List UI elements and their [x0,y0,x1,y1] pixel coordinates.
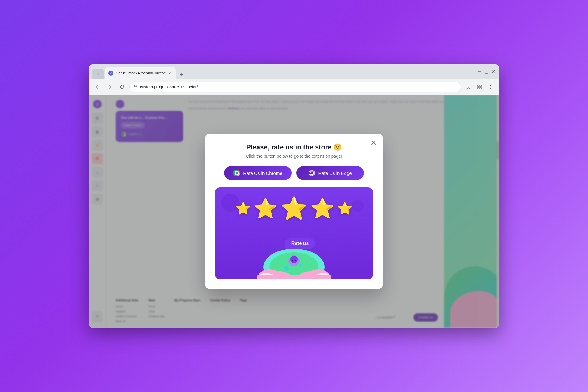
star-5: ⭐ [337,202,352,214]
page-content: U ⚙ ◈ ⚡ R ↓ ☆ ⊕ ? [89,95,499,328]
svg-point-10 [490,86,491,87]
svg-point-28 [292,260,293,261]
address-text-right: nstructor/ [181,85,198,89]
bookmark-button[interactable] [464,82,473,92]
svg-point-27 [290,256,298,263]
toolbar: custom-progressbar-c nstructor/ [89,79,499,95]
back-button[interactable] [92,82,102,92]
browser-window: ▾ 🚀 Constructor - Progress Bar for ✕ + [89,64,499,328]
tab-title: Constructor - Progress Bar for [116,71,165,75]
svg-point-24 [299,264,302,267]
maximize-button[interactable] [484,70,489,74]
address-text-left: custom-progressbar-c [140,85,179,89]
star-2: ⭐ [253,198,278,218]
svg-point-9 [490,85,491,85]
svg-point-29 [295,260,296,261]
star-1: ⭐ [236,202,251,214]
extensions-button[interactable] [475,82,484,92]
rate-bubble: Rate us [285,238,315,249]
svg-rect-8 [480,87,481,89]
window-controls [478,70,496,74]
tab-active[interactable]: 🚀 Constructor - Progress Bar for ✕ [105,67,176,79]
minimize-button[interactable] [478,70,482,74]
svg-rect-4 [134,87,137,89]
chrome-icon [233,170,240,176]
svg-rect-7 [478,87,479,89]
star-3: ⭐ [280,197,308,219]
rocket-icon: 🚀 [109,72,113,75]
tab-close-button[interactable]: ✕ [167,71,172,76]
edge-icon [308,170,315,176]
modal-buttons: Rate Us in Chrome Rate Us in Edge [215,166,373,180]
svg-rect-5 [478,85,479,87]
svg-rect-6 [480,85,481,87]
svg-point-11 [490,88,491,89]
rate-chrome-button[interactable]: Rate Us in Chrome [224,166,292,180]
deco-circle-2 [352,200,364,212]
stars-row: ⭐ ⭐ ⭐ ⭐ ⭐ [236,197,352,219]
svg-rect-36 [257,275,331,279]
modal-title-text: Please, rate us in the store [246,143,332,151]
modal-illustration: ⭐ ⭐ ⭐ ⭐ ⭐ Rate us [215,187,373,279]
security-icon [133,85,138,89]
svg-point-23 [284,266,289,271]
rate-edge-button[interactable]: Rate Us in Edge [296,166,364,180]
refresh-button[interactable] [117,82,127,92]
tab-list: ▾ 🚀 Constructor - Progress Bar for ✕ + [92,64,475,79]
svg-point-19 [236,172,238,174]
modal-close-button[interactable] [369,138,378,147]
new-tab-button[interactable]: + [177,70,186,79]
tab-collapsed[interactable]: ▾ [92,69,104,79]
close-button[interactable] [491,70,496,74]
title-bar: ▾ 🚀 Constructor - Progress Bar for ✕ + [89,64,499,79]
svg-point-25 [290,272,292,274]
toolbar-actions [464,82,496,92]
svg-rect-1 [485,70,488,73]
rate-chrome-label: Rate Us in Chrome [243,171,282,176]
modal-subtitle: Click the button below to go to the exte… [246,154,342,159]
address-bar[interactable]: custom-progressbar-c nstructor/ [129,82,461,92]
rate-edge-label: Rate Us in Edge [318,171,352,176]
modal-emoji: 😟 [334,143,342,151]
planet-illustration [257,230,331,279]
modal-overlay[interactable]: Please, rate us in the store 😟 Click the… [89,95,499,328]
star-4: ⭐ [310,198,335,218]
menu-button[interactable] [486,82,496,92]
modal: Please, rate us in the store 😟 Click the… [205,134,383,289]
forward-button[interactable] [105,82,115,92]
modal-title: Please, rate us in the store 😟 [246,143,342,151]
tab-favicon-icon: 🚀 [108,71,113,76]
